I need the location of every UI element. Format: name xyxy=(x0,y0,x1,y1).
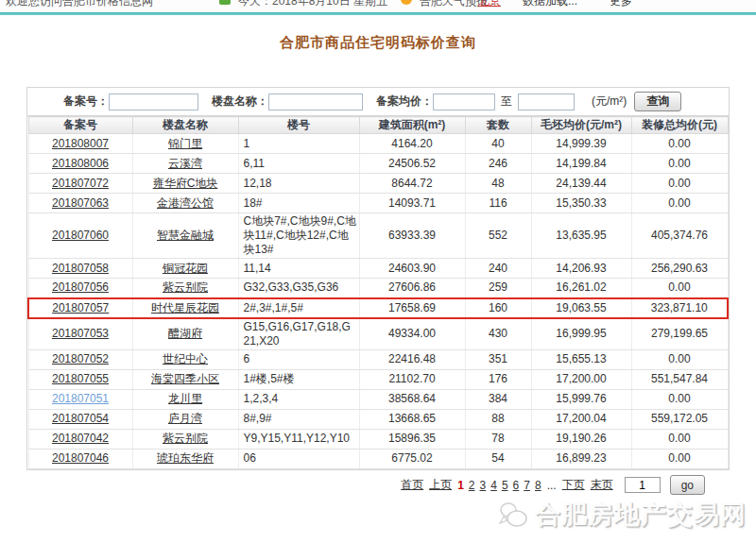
page-link-1[interactable]: 1 xyxy=(457,479,464,492)
col-header-decoration-price: 装修总均价(元) xyxy=(631,117,728,134)
sun-weather-icon xyxy=(401,0,412,5)
avg-price: 16,899.23 xyxy=(531,449,631,468)
project-name-link[interactable]: 金港湾公馆 xyxy=(157,196,214,210)
page-ellipsis: ... xyxy=(547,479,557,492)
query-button[interactable]: 查询 xyxy=(634,92,681,111)
last-page-link[interactable]: 末页 xyxy=(591,477,613,493)
decoration-price: 0.00 xyxy=(631,389,728,409)
unit-count: 176 xyxy=(465,369,531,389)
record-no-input[interactable] xyxy=(109,93,198,110)
area-value: 8644.72 xyxy=(359,174,465,194)
project-name-label: 楼盘名称： xyxy=(212,93,268,110)
project-name-link[interactable]: 世纪中心 xyxy=(163,352,208,365)
unit-count: 430 xyxy=(465,318,531,350)
avg-price: 14,199.84 xyxy=(531,154,631,174)
page-link-2[interactable]: 2 xyxy=(469,479,475,492)
page-title: 合肥市商品住宅明码标价查询 xyxy=(0,34,756,52)
watermark-text: 合肥房地产交易网 xyxy=(535,498,747,532)
go-button[interactable]: go xyxy=(670,475,705,495)
calendar-icon xyxy=(219,0,231,5)
project-name-link[interactable]: 时代星辰花园 xyxy=(151,301,219,314)
project-name-link[interactable]: 醴湖府 xyxy=(168,327,202,340)
price-to-label: 至 xyxy=(501,93,512,110)
area-value: 13668.65 xyxy=(359,409,465,429)
record-no-link[interactable]: 201807042 xyxy=(52,432,109,445)
project-name-link[interactable]: 云溪湾 xyxy=(168,157,202,170)
project-name-link[interactable]: 龙川里 xyxy=(168,392,202,405)
decoration-price: 0.00 xyxy=(631,134,728,154)
building-numbers: C地块7#,C地块9#,C地块11#,C地块12#,C地块13# xyxy=(238,213,359,259)
page-link-5[interactable]: 5 xyxy=(502,479,508,492)
avg-price: 15,999.76 xyxy=(531,389,631,409)
building-numbers: 18# xyxy=(238,194,359,213)
record-no-link[interactable]: 201807053 xyxy=(52,327,109,340)
record-no-link[interactable]: 201808006 xyxy=(52,157,109,170)
page-link-3[interactable]: 3 xyxy=(480,479,487,492)
page-links: 12345678 xyxy=(457,479,541,492)
area-value: 15896.35 xyxy=(359,429,465,449)
record-no-link[interactable]: 201807051 xyxy=(52,392,109,405)
project-name-link[interactable]: 锦门里 xyxy=(168,137,202,150)
building-numbers: 6,11 xyxy=(238,154,359,174)
first-page-link[interactable]: 首页 xyxy=(401,477,423,493)
project-name-link[interactable]: 海棠四季小区 xyxy=(151,372,219,385)
avg-price-label: 备案均价： xyxy=(376,93,433,110)
unit-count: 88 xyxy=(465,409,531,429)
table-header-row: 备案号 楼盘名称 楼号 建筑面积(m²) 套数 毛坯均价(元/m²) 装修总均价… xyxy=(28,117,728,134)
header-divider xyxy=(0,12,756,15)
project-name-link[interactable]: 琥珀东华府 xyxy=(157,451,214,465)
page-link-6[interactable]: 6 xyxy=(513,479,520,492)
area-value: 4164.20 xyxy=(359,134,465,154)
next-page-link[interactable]: 下页 xyxy=(562,477,585,493)
record-no-link[interactable]: 201807060 xyxy=(52,229,109,242)
project-name-link[interactable]: 庐月湾 xyxy=(168,412,202,425)
top-bar: 欢迎您访问合肥市价格信息网 今天：2018年8月10日 星期五 合肥天气预报： … xyxy=(0,0,756,12)
page-link-4[interactable]: 4 xyxy=(490,479,497,492)
project-name-link[interactable]: 铜冠花园 xyxy=(163,262,208,275)
unit-count: 240 xyxy=(465,259,531,279)
page-link-7[interactable]: 7 xyxy=(524,479,530,492)
building-numbers: 1 xyxy=(238,134,359,154)
city-link[interactable]: 北京 xyxy=(478,0,501,9)
date-text: 今天：2018年8月10日 星期五 xyxy=(238,0,387,9)
record-no-link[interactable]: 201807046 xyxy=(52,451,109,465)
table-row: 201807046琥珀东华府066775.025416,899.230.00 xyxy=(28,449,728,468)
record-no-link[interactable]: 201807055 xyxy=(52,372,109,385)
filter-bar: 备案号： 楼盘名称： 备案均价： 至 (元/m²) 查询 xyxy=(27,88,729,116)
page-link-8[interactable]: 8 xyxy=(535,479,541,492)
area-value: 17658.69 xyxy=(359,298,465,318)
building-numbers: 1,2,3,4 xyxy=(238,389,359,409)
project-name-link[interactable]: 紫云别院 xyxy=(163,280,208,294)
unit-count: 48 xyxy=(465,174,531,194)
avg-price: 16,261.02 xyxy=(531,279,631,298)
table-row: 201808006云溪湾6,1124506.5224614,199.840.00 xyxy=(28,154,728,174)
project-name-input[interactable] xyxy=(268,93,363,110)
decoration-price: 551,547.84 xyxy=(631,369,728,389)
decoration-price: 0.00 xyxy=(631,174,728,194)
area-value: 24603.90 xyxy=(359,259,465,279)
record-no-link[interactable]: 201807054 xyxy=(52,412,109,425)
price-min-input[interactable] xyxy=(433,93,495,110)
building-numbers: Y9,Y15,Y11,Y12,Y10 xyxy=(238,429,359,449)
record-no-link[interactable]: 201807056 xyxy=(52,280,109,294)
record-no-link[interactable]: 201807063 xyxy=(52,196,109,210)
page-number-input[interactable] xyxy=(625,477,661,493)
unit-count: 246 xyxy=(465,154,531,174)
avg-price: 13,635.95 xyxy=(531,213,631,259)
record-no-link[interactable]: 201807052 xyxy=(52,352,109,365)
project-name-link[interactable]: 雍华府C地块 xyxy=(153,177,218,190)
project-name-link[interactable]: 智慧金融城 xyxy=(157,229,214,242)
col-header-project-name: 楼盘名称 xyxy=(132,117,238,134)
avg-price: 14,999.39 xyxy=(531,134,631,154)
project-name-link[interactable]: 紫云别院 xyxy=(163,432,208,445)
record-no-link[interactable]: 201807058 xyxy=(52,262,109,275)
prev-page-link[interactable]: 上页 xyxy=(429,477,452,493)
decoration-price: 405,374.76 xyxy=(631,213,728,259)
more-link[interactable]: 更多 xyxy=(610,0,632,9)
record-no-link[interactable]: 201807072 xyxy=(52,177,109,190)
building-numbers: 2#,3#,1#,5# xyxy=(238,298,359,318)
price-max-input[interactable] xyxy=(518,93,575,110)
record-no-link[interactable]: 201808007 xyxy=(52,137,109,150)
record-no-link[interactable]: 201807057 xyxy=(52,301,109,314)
unit-count: 54 xyxy=(465,449,531,468)
